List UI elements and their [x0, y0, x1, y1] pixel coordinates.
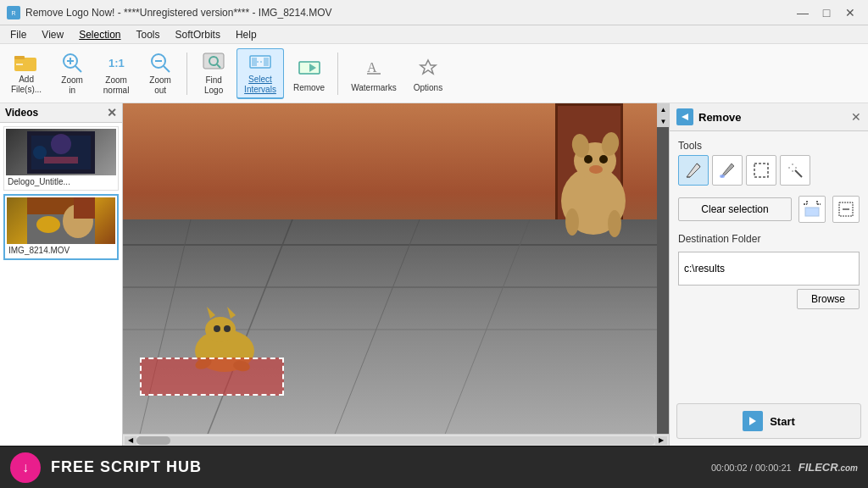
- svg-rect-33: [74, 197, 95, 219]
- destination-folder-input[interactable]: [678, 252, 860, 286]
- menu-tools[interactable]: Tools: [130, 27, 167, 42]
- svg-point-56: [565, 208, 579, 236]
- destination-folder-section: Destination Folder Browse: [678, 233, 860, 309]
- find-logo-button[interactable]: FindLogo: [192, 48, 235, 99]
- filecr-logo: FILECR.com: [798, 461, 858, 474]
- magic-wand-button[interactable]: [780, 155, 810, 186]
- watermarks-icon: A: [360, 54, 387, 81]
- svg-point-61: [720, 175, 725, 178]
- svg-text:A: A: [367, 60, 377, 75]
- select-intervals-button[interactable]: SelectIntervals: [236, 48, 284, 99]
- scroll-down-button[interactable]: ▼: [658, 115, 670, 127]
- minimize-button[interactable]: —: [792, 3, 814, 22]
- svg-point-27: [51, 134, 71, 154]
- main-layout: Videos ✕ Delogo_Untitle...: [0, 103, 868, 446]
- toolbox-header: Remove ✕: [670, 103, 868, 131]
- svg-rect-28: [44, 157, 78, 164]
- zoom-out-button[interactable]: Zoomout: [139, 48, 181, 99]
- menu-view[interactable]: View: [35, 27, 70, 42]
- zoom-in-button[interactable]: Zoomin: [51, 48, 93, 99]
- start-button[interactable]: Start: [676, 403, 861, 439]
- zoom-out-icon: [147, 52, 174, 74]
- tools-grid: [678, 155, 860, 186]
- status-text: FREE SCRIPT HUB: [51, 458, 202, 476]
- svg-point-42: [205, 317, 236, 342]
- menu-file[interactable]: File: [3, 27, 33, 42]
- toolbox-close-button[interactable]: ✕: [851, 110, 861, 124]
- clear-selection-button[interactable]: Clear selection: [678, 197, 792, 221]
- pencil-tool-button[interactable]: [678, 155, 709, 186]
- separator2: [337, 53, 338, 95]
- watermarks-button[interactable]: A Watermarks: [343, 48, 404, 99]
- toolbar: AddFile(s)... Zoomin 1:1 Zoomnormal Zoom…: [0, 44, 868, 103]
- remove-button[interactable]: Remove: [286, 48, 332, 99]
- window-controls: — □ ✕: [792, 3, 861, 22]
- close-button[interactable]: ✕: [839, 3, 861, 22]
- svg-rect-4: [16, 64, 23, 65]
- canvas-area[interactable]: ▲ ▼ ◀ ▶: [123, 103, 669, 446]
- toolbox-title: Remove: [698, 111, 742, 124]
- videos-close-button[interactable]: ✕: [107, 107, 117, 119]
- zoom-in-icon: [58, 52, 86, 74]
- browse-button[interactable]: Browse: [797, 289, 860, 309]
- rect-select-button[interactable]: [746, 155, 776, 186]
- download-button[interactable]: ↓: [10, 452, 41, 483]
- video-canvas: ▲ ▼ ◀ ▶: [123, 103, 669, 446]
- menu-bar: File View Selection Tools SoftOrbits Hel…: [0, 25, 868, 44]
- horizontal-scrollbar[interactable]: ◀ ▶: [123, 434, 669, 446]
- title-bar-left: R Remove Logo Now! - ****Unregistered ve…: [7, 6, 332, 19]
- svg-point-31: [36, 216, 60, 233]
- destination-folder-label: Destination Folder: [678, 233, 860, 245]
- video-label-2: IMG_8214.MOV: [7, 244, 115, 257]
- svg-point-53: [584, 155, 593, 164]
- list-item[interactable]: IMG_8214.MOV: [3, 194, 119, 260]
- scroll-up-button[interactable]: ▲: [658, 103, 670, 115]
- svg-line-63: [795, 170, 802, 177]
- select-icon: [247, 51, 274, 73]
- start-label: Start: [770, 415, 795, 428]
- tools-label: Tools: [678, 140, 860, 152]
- zoom-normal-button[interactable]: 1:1 Zoomnormal: [95, 48, 137, 99]
- h-scroll-track[interactable]: [136, 436, 655, 445]
- find-icon: [200, 52, 227, 74]
- videos-panel: Videos ✕ Delogo_Untitle...: [0, 103, 123, 446]
- svg-rect-3: [14, 56, 25, 59]
- video-thumbnail-1: [6, 129, 116, 175]
- zoom-normal-icon: 1:1: [103, 52, 130, 74]
- selection-box[interactable]: [140, 358, 284, 396]
- options-icon: [415, 54, 442, 81]
- menu-selection[interactable]: Selection: [72, 27, 127, 42]
- brush-tool-button[interactable]: [712, 155, 743, 186]
- menu-help[interactable]: Help: [229, 27, 264, 42]
- toolbox-arrow-icon: [676, 108, 693, 125]
- video-frame: [123, 103, 657, 434]
- add-files-button[interactable]: AddFile(s)...: [3, 48, 49, 99]
- svg-rect-17: [252, 58, 257, 66]
- svg-text:1:1: 1:1: [108, 57, 125, 69]
- svg-line-40: [445, 219, 530, 435]
- svg-point-57: [608, 210, 621, 237]
- download-icon: ↓: [22, 460, 29, 475]
- maximize-button[interactable]: □: [815, 3, 837, 22]
- separator1: [186, 53, 187, 95]
- clear-selection-row: Clear selection: [678, 196, 860, 223]
- menu-softorbits[interactable]: SoftOrbits: [169, 27, 227, 42]
- options-button[interactable]: Options: [406, 48, 450, 99]
- selection-mode-button-2[interactable]: [832, 196, 860, 223]
- dog-shape: [534, 120, 653, 250]
- window-title: Remove Logo Now! - ****Unregistered vers…: [25, 7, 332, 19]
- toolbox-panel: Remove ✕ Tools: [669, 103, 868, 446]
- title-bar: R Remove Logo Now! - ****Unregistered ve…: [0, 0, 868, 25]
- vertical-scrollbar[interactable]: ▲ ▼: [657, 103, 669, 127]
- scroll-right-button[interactable]: ▶: [655, 436, 667, 445]
- svg-marker-58: [682, 114, 688, 120]
- svg-point-46: [224, 325, 231, 332]
- time-total: 00:00:21: [755, 463, 792, 473]
- videos-title: Videos: [5, 107, 38, 119]
- svg-line-11: [164, 66, 170, 72]
- status-right: 00:00:02 / 00:00:21 FILECR.com: [711, 461, 858, 474]
- video-label-1: Delogo_Untitle...: [6, 175, 116, 188]
- scroll-left-button[interactable]: ◀: [125, 436, 136, 445]
- selection-mode-button-1[interactable]: [798, 196, 826, 223]
- list-item[interactable]: Delogo_Untitle...: [3, 126, 119, 191]
